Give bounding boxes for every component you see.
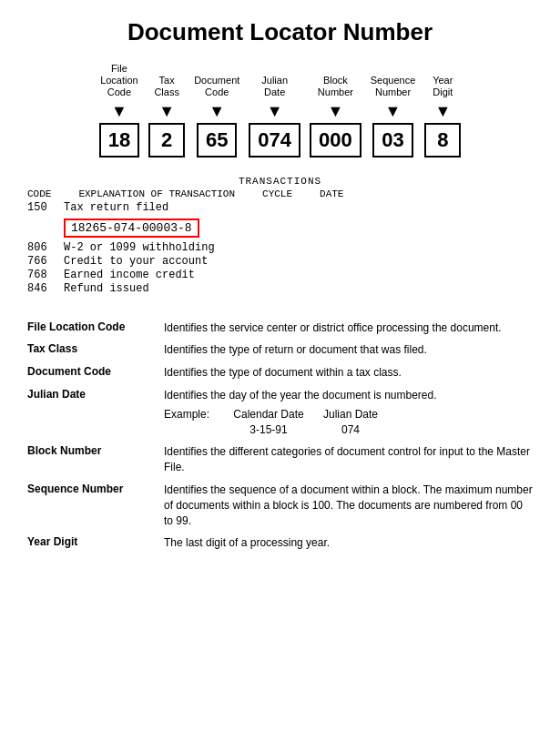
transactions-header: CODE EXPLANATION OF TRANSACTION CYCLE DA… [27,188,533,199]
trans-code: 806 [27,241,55,254]
julian-date-value: 074 [310,422,392,438]
def-term: Tax Class [27,342,164,355]
trans-row: 806W-2 or 1099 withholding [27,241,533,254]
field-value-box: 18 [99,123,139,158]
field-value-box: 2 [148,123,185,158]
trans-desc: Refund issued [64,282,149,295]
trans-code: 846 [27,282,55,295]
trans-row: 766Credit to your account [27,255,533,268]
def-term: File Location Code [27,320,164,333]
field-label: Block Number [318,75,353,98]
def-desc: Identifies the different categories of d… [164,444,533,475]
def-desc: Identifies the type of return or documen… [164,342,533,358]
arrow-down-icon: ▼ [434,103,451,119]
field-label: File Location Code [100,63,138,99]
field-value-box: 000 [310,123,361,158]
trans-desc: W-2 or 1099 withholding [64,241,215,254]
definition-row: Document CodeIdentifies the type of docu… [27,365,533,381]
arrow-down-icon: ▼ [385,103,402,119]
definition-row: Julian DateIdentifies the day of the yea… [27,388,533,437]
cal-date-header: Calendar Date [228,407,310,422]
def-term: Julian Date [27,388,164,401]
trans-row: 846Refund issued [27,282,533,295]
field-col: Block Number▼000 [310,75,361,157]
header-code: CODE [27,188,51,199]
field-label: Julian Date [261,75,288,98]
arrow-down-icon: ▼ [267,103,283,119]
def-desc: Identifies the sequence of a document wi… [164,483,533,528]
definition-row: Block NumberIdentifies the different cat… [27,444,533,475]
header-cycle: CYCLE [262,188,292,199]
definitions-section: File Location CodeIdentifies the service… [27,320,533,552]
field-value-box: 074 [249,123,300,158]
field-col: File Location Code▼18 [99,63,139,158]
field-value-box: 65 [197,123,237,158]
def-term: Sequence Number [27,483,164,495]
field-label: Year Digit [433,75,453,98]
arrow-down-icon: ▼ [327,103,343,119]
definition-row: File Location CodeIdentifies the service… [27,320,533,336]
cal-date-value: 3-15-91 [228,422,310,438]
field-value-box: 03 [372,123,412,158]
field-label: Document Code [194,75,239,98]
def-desc: Identifies the type of document within a… [164,365,533,381]
def-term: Year Digit [27,535,164,548]
field-label: Tax Class [154,75,179,98]
example-table: Example: Calendar Date 3-15-91 Julian Da… [164,407,533,438]
header-explanation: EXPLANATION OF TRANSACTION [78,188,235,199]
trans-desc: Credit to your account [64,255,208,268]
trans-code: 768 [27,269,55,281]
transactions-title: TRANSACTIONS [27,176,533,187]
trans-row: 150Tax return filed [27,201,533,214]
definition-row: Tax ClassIdentifies the type of return o… [27,342,533,358]
julian-date-col: Julian Date 074 [310,407,392,438]
trans-desc: Earned income credit [64,269,195,281]
arrow-down-icon: ▼ [111,103,127,119]
transactions-rows-after: 806W-2 or 1099 withholding766Credit to y… [27,241,533,295]
def-term: Block Number [27,444,164,457]
def-desc: Identifies the day of the year the docum… [164,388,533,437]
trans-code: 150 [27,201,55,214]
calendar-date-col: Calendar Date 3-15-91 [228,407,310,438]
example-label: Example: [164,407,228,438]
definition-row: Sequence NumberIdentifies the sequence o… [27,483,533,528]
field-col: Document Code▼65 [194,75,239,157]
arrow-down-icon: ▼ [158,103,175,119]
field-label: Sequence Number [371,75,416,98]
field-col: Julian Date▼074 [249,75,300,157]
transactions-rows: 150Tax return filed [27,201,533,214]
header-date: DATE [320,188,343,199]
field-col: Year Digit▼8 [424,75,461,157]
definition-row: Year DigitThe last digit of a processing… [27,535,533,551]
def-desc: Identifies the service center or distric… [164,320,533,336]
field-col: Sequence Number▼03 [371,75,416,157]
fields-section: File Location Code▼18Tax Class▼2Document… [27,63,533,158]
transactions-section: TRANSACTIONS CODE EXPLANATION OF TRANSAC… [27,176,533,295]
julian-date-header: Julian Date [310,407,392,422]
page-title: Document Locator Number [27,18,533,46]
arrow-down-icon: ▼ [209,103,225,119]
dln-number: 18265-074-00003-8 [64,219,199,238]
def-desc: The last digit of a processing year. [164,535,533,551]
trans-desc: Tax return filed [64,201,168,214]
field-value-box: 8 [424,123,461,158]
field-col: Tax Class▼2 [148,75,185,157]
trans-row: 768Earned income credit [27,269,533,281]
trans-code: 766 [27,255,55,268]
def-term: Document Code [27,365,164,378]
